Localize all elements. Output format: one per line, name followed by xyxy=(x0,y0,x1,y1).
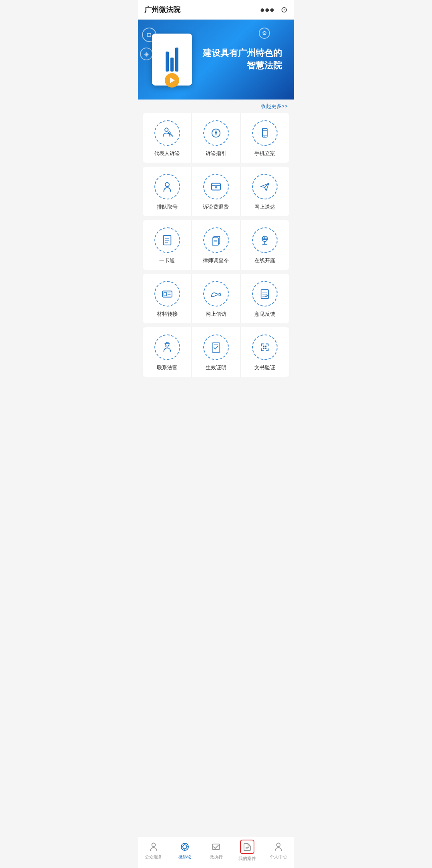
service-icon-wrap xyxy=(154,120,180,146)
service-label: 材料转接 xyxy=(157,311,178,318)
service-online-court[interactable]: 在线开庭 xyxy=(241,220,289,270)
service-label: 网上送达 xyxy=(254,203,275,211)
service-icon-wrap xyxy=(252,120,278,146)
service-icon-circle xyxy=(154,120,180,146)
service-label: 文书验证 xyxy=(254,364,275,371)
doc-lines-icon xyxy=(160,233,174,247)
svg-rect-29 xyxy=(164,293,166,296)
header-icons: ●●● ⊙ xyxy=(260,5,288,14)
banner-graphic xyxy=(146,28,198,92)
service-label: 生效证明 xyxy=(206,364,226,371)
service-icon-circle xyxy=(203,334,229,360)
service-icon-wrap xyxy=(252,281,278,307)
services-row-3: 一卡通 律师调查令 xyxy=(143,220,289,270)
service-icon-circle xyxy=(252,227,278,253)
service-icon-circle xyxy=(203,120,229,146)
service-icon-circle xyxy=(252,334,278,360)
more-icon[interactable]: ●●● xyxy=(260,5,274,14)
mobile-icon xyxy=(258,126,272,140)
service-feedback[interactable]: 意见反馈 xyxy=(241,274,289,323)
person-circle-icon xyxy=(160,180,174,193)
service-icon-wrap xyxy=(203,120,229,146)
service-icon-circle xyxy=(154,227,180,253)
svg-point-0 xyxy=(165,128,168,131)
service-lawyer-order[interactable]: 律师调查令 xyxy=(192,220,240,270)
service-doc-verify[interactable]: 文书验证 xyxy=(241,327,289,377)
service-litigation-guide[interactable]: 诉讼指引 xyxy=(192,113,240,163)
service-one-card[interactable]: 一卡通 xyxy=(143,220,192,270)
service-fee-refund[interactable]: ¥ 诉讼费退费 xyxy=(192,167,240,216)
person-hammer-icon xyxy=(160,126,174,140)
service-icon-wrap xyxy=(154,174,180,199)
service-label: 排队取号 xyxy=(157,203,178,211)
service-icon-circle xyxy=(154,174,180,199)
service-icon-circle xyxy=(203,227,229,253)
handshake-icon xyxy=(209,287,223,301)
services-row-2: 排队取号 ¥ 诉讼费退费 xyxy=(143,167,289,216)
service-icon-circle xyxy=(154,281,180,307)
service-icon-wrap xyxy=(252,334,278,360)
service-icon-circle xyxy=(252,281,278,307)
services-section: 代表人诉讼 诉讼指引 xyxy=(138,113,294,377)
svg-rect-42 xyxy=(263,348,264,349)
service-label: 诉讼费退费 xyxy=(203,203,229,211)
banner-float-icon-3: ⚙ xyxy=(259,28,270,39)
id-card-icon xyxy=(160,287,174,301)
service-representative-litigation[interactable]: 代表人诉讼 xyxy=(143,113,192,163)
services-row-5: 联系法官 生效证明 xyxy=(143,327,289,377)
service-label: 一卡通 xyxy=(159,257,175,264)
service-icon-circle xyxy=(154,334,180,360)
service-label: 手机立案 xyxy=(254,150,275,157)
service-effect-cert[interactable]: 生效证明 xyxy=(192,327,240,377)
scan-icon[interactable]: ⊙ xyxy=(281,5,288,14)
service-contact-judge[interactable]: 联系法官 xyxy=(143,327,192,377)
collapse-bar[interactable]: 收起更多>> xyxy=(138,100,294,113)
svg-rect-38 xyxy=(212,343,220,352)
service-label: 律师调查令 xyxy=(203,257,229,264)
services-row-4: 材料转接 网上信访 xyxy=(143,274,289,323)
service-icon-wrap xyxy=(154,334,180,360)
service-icon-circle xyxy=(252,174,278,199)
service-icon-wrap xyxy=(154,281,180,307)
app-header: 广州微法院 ●●● ⊙ xyxy=(138,0,294,20)
banner-tagline: 建设具有广州特色的 智慧法院 xyxy=(198,47,282,72)
service-icon-circle xyxy=(203,281,229,307)
card-yen-icon: ¥ xyxy=(209,180,223,193)
doc-check-icon xyxy=(209,340,223,354)
service-label: 在线开庭 xyxy=(254,257,275,264)
svg-rect-40 xyxy=(263,346,264,347)
svg-rect-21 xyxy=(212,238,218,245)
service-online-delivery[interactable]: 网上送达 xyxy=(241,167,289,216)
hero-banner: ⊟ ◈ ⚙ 建设具有广州特色的 智慧法院 xyxy=(138,20,294,100)
svg-rect-43 xyxy=(265,348,266,349)
services-row-1: 代表人诉讼 诉讼指引 xyxy=(143,113,289,163)
service-icon-wrap xyxy=(252,174,278,199)
service-icon-wrap xyxy=(154,227,180,253)
banner-text: 建设具有广州特色的 智慧法院 xyxy=(198,47,286,72)
service-icon-wrap: ¥ xyxy=(203,174,229,199)
service-mobile-filing[interactable]: 手机立案 xyxy=(241,113,289,163)
service-label: 网上信访 xyxy=(206,311,226,318)
qr-frame-icon xyxy=(258,340,272,354)
service-icon-wrap xyxy=(203,227,229,253)
play-button[interactable] xyxy=(165,73,179,88)
doc-pages-icon xyxy=(209,233,223,247)
judge-person-icon xyxy=(160,340,174,354)
service-label: 诉讼指引 xyxy=(206,150,226,157)
service-online-petition[interactable]: 网上信访 xyxy=(192,274,240,323)
pencil-lines-icon xyxy=(258,287,272,301)
service-label: 联系法官 xyxy=(157,364,178,371)
service-label: 代表人诉讼 xyxy=(154,150,180,157)
service-icon-wrap xyxy=(203,334,229,360)
compass-icon xyxy=(209,126,223,140)
service-icon-wrap xyxy=(252,227,278,253)
send-icon xyxy=(258,180,272,193)
svg-point-6 xyxy=(215,132,216,133)
service-material-transfer[interactable]: 材料转接 xyxy=(143,274,192,323)
service-icon-circle: ¥ xyxy=(203,174,229,199)
hammer-icon xyxy=(258,233,272,247)
app-title: 广州微法院 xyxy=(144,5,180,14)
service-queue-number[interactable]: 排队取号 xyxy=(143,167,192,216)
svg-point-10 xyxy=(264,136,265,137)
svg-rect-41 xyxy=(265,346,266,347)
